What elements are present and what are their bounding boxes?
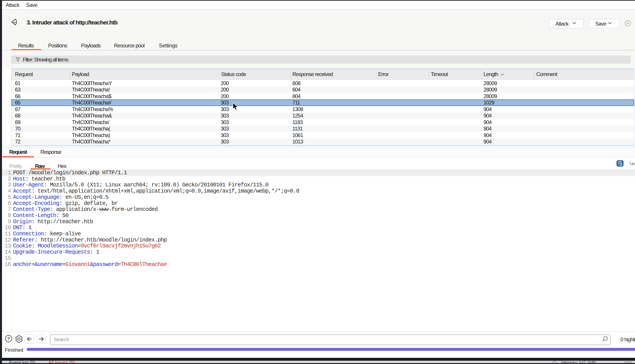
svg-text:?: ?: [7, 336, 10, 341]
